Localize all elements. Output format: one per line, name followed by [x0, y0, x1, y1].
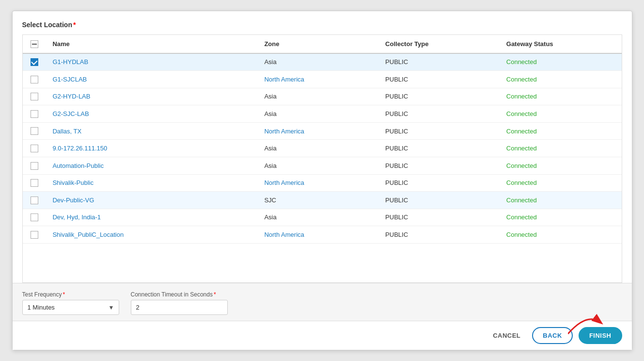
table-body: G1-HYDLAB Asia PUBLIC Connected G1-SJCLA…: [23, 53, 622, 244]
row-zone: SJC: [258, 192, 379, 209]
row-gateway-status: Connected: [501, 105, 622, 123]
row-checkbox[interactable]: [31, 110, 38, 118]
row-zone: North America: [258, 122, 379, 140]
dialog-title-text: Select Location: [22, 21, 72, 29]
header-row: Name Zone Collector Type Gateway Status: [23, 35, 622, 53]
back-button[interactable]: BACK: [532, 327, 573, 344]
zone-text: SJC: [264, 197, 276, 204]
table-row: G2-SJC-LAB Asia PUBLIC Connected: [23, 105, 622, 123]
row-name: Shivalik_PubliC_Location: [47, 226, 258, 244]
row-checkbox-cell: [23, 226, 47, 244]
status-badge: Connected: [506, 162, 537, 169]
table-row: 9.0-172.26.111.150 Asia PUBLIC Connected: [23, 140, 622, 157]
status-badge: Connected: [506, 213, 537, 221]
row-checkbox-cell: [23, 192, 47, 209]
connection-timeout-field: Connection Timeout in Seconds*: [131, 291, 228, 315]
cancel-button[interactable]: CANCEL: [487, 328, 526, 343]
zone-text: Asia: [264, 145, 276, 152]
row-collector-type: PUBLIC: [379, 209, 501, 226]
row-gateway-status: Connected: [501, 192, 622, 209]
row-checkbox[interactable]: [31, 76, 38, 83]
row-checkbox-cell: [23, 105, 47, 123]
row-name: G2-SJC-LAB: [47, 105, 258, 123]
location-table-container: Name Zone Collector Type Gateway Status …: [22, 34, 622, 283]
location-name-link[interactable]: Dev-Public-VG: [52, 197, 94, 204]
location-name-link[interactable]: 9.0-172.26.111.150: [52, 145, 107, 152]
table-row: G1-HYDLAB Asia PUBLIC Connected: [23, 53, 622, 71]
row-zone: Asia: [258, 140, 379, 157]
row-gateway-status: Connected: [501, 174, 622, 192]
location-name-link[interactable]: G2-HYD-LAB: [52, 93, 90, 100]
header-checkbox-col: [23, 35, 47, 53]
row-checkbox[interactable]: [31, 145, 38, 152]
row-checkbox-cell: [23, 122, 47, 140]
row-collector-type: PUBLIC: [379, 71, 501, 88]
row-checkbox[interactable]: [31, 213, 38, 221]
row-checkbox[interactable]: [31, 127, 38, 135]
row-collector-type: PUBLIC: [379, 226, 501, 244]
status-badge: Connected: [506, 128, 537, 135]
location-name-link[interactable]: Dev, Hyd, India-1: [52, 213, 100, 221]
title-required-marker: *: [73, 21, 76, 29]
row-name: Dev, Hyd, India-1: [47, 209, 258, 226]
row-zone: North America: [258, 174, 379, 192]
location-name-link[interactable]: Automation-Public: [52, 162, 104, 169]
select-all-checkbox[interactable]: [31, 40, 38, 48]
row-checkbox[interactable]: [31, 197, 38, 204]
row-name: Automation-Public: [47, 157, 258, 174]
row-checkbox[interactable]: [31, 58, 38, 66]
row-gateway-status: Connected: [501, 157, 622, 174]
status-badge: Connected: [506, 179, 537, 186]
row-checkbox-cell: [23, 209, 47, 226]
table-row: Dev-Public-VG SJC PUBLIC Connected: [23, 192, 622, 209]
row-name: G1-HYDLAB: [47, 53, 258, 71]
location-name-link[interactable]: Shivalik-Public: [52, 179, 94, 186]
test-frequency-select[interactable]: 1 Minutes5 Minutes10 Minutes15 Minutes30…: [22, 300, 119, 315]
connection-timeout-input[interactable]: [131, 300, 228, 315]
row-gateway-status: Connected: [501, 88, 622, 105]
row-zone: Asia: [258, 88, 379, 105]
location-name-link[interactable]: G1-HYDLAB: [52, 58, 88, 66]
row-checkbox-cell: [23, 88, 47, 105]
location-table: Name Zone Collector Type Gateway Status …: [23, 35, 622, 244]
row-checkbox[interactable]: [31, 231, 38, 239]
row-checkbox-cell: [23, 71, 47, 88]
dialog-footer: CANCEL BACK FINISH: [13, 321, 632, 350]
zone-link[interactable]: North America: [264, 179, 304, 186]
row-zone: Asia: [258, 105, 379, 123]
row-collector-type: PUBLIC: [379, 105, 501, 123]
test-frequency-label: Test Frequency*: [22, 291, 119, 298]
zone-link[interactable]: North America: [264, 76, 304, 83]
location-name-link[interactable]: Shivalik_PubliC_Location: [52, 231, 124, 238]
row-checkbox-cell: [23, 140, 47, 157]
row-collector-type: PUBLIC: [379, 53, 501, 71]
location-name-link[interactable]: G1-SJCLAB: [52, 76, 87, 83]
row-checkbox[interactable]: [31, 93, 38, 100]
table-row: G2-HYD-LAB Asia PUBLIC Connected: [23, 88, 622, 105]
zone-text: Asia: [264, 93, 276, 100]
finish-button[interactable]: FINISH: [579, 327, 622, 344]
zone-link[interactable]: North America: [264, 128, 304, 135]
row-gateway-status: Connected: [501, 71, 622, 88]
table-row: Automation-Public Asia PUBLIC Connected: [23, 157, 622, 174]
row-checkbox[interactable]: [31, 162, 38, 170]
row-checkbox-cell: [23, 157, 47, 174]
row-collector-type: PUBLIC: [379, 88, 501, 105]
location-name-link[interactable]: Dallas, TX: [52, 128, 81, 135]
header-name: Name: [47, 35, 258, 53]
zone-link[interactable]: North America: [264, 231, 304, 238]
row-checkbox-cell: [23, 53, 47, 71]
row-checkbox-cell: [23, 174, 47, 192]
row-gateway-status: Connected: [501, 122, 622, 140]
location-name-link[interactable]: G2-SJC-LAB: [52, 110, 89, 117]
status-badge: Connected: [506, 58, 537, 66]
table-row: Dev, Hyd, India-1 Asia PUBLIC Connected: [23, 209, 622, 226]
row-checkbox[interactable]: [31, 179, 38, 187]
status-badge: Connected: [506, 110, 537, 117]
table-row: Dallas, TX North America PUBLIC Connecte…: [23, 122, 622, 140]
row-gateway-status: Connected: [501, 226, 622, 244]
form-area: Test Frequency* 1 Minutes5 Minutes10 Min…: [13, 283, 632, 321]
status-badge: Connected: [506, 197, 537, 204]
row-collector-type: PUBLIC: [379, 157, 501, 174]
zone-text: Asia: [264, 162, 276, 169]
